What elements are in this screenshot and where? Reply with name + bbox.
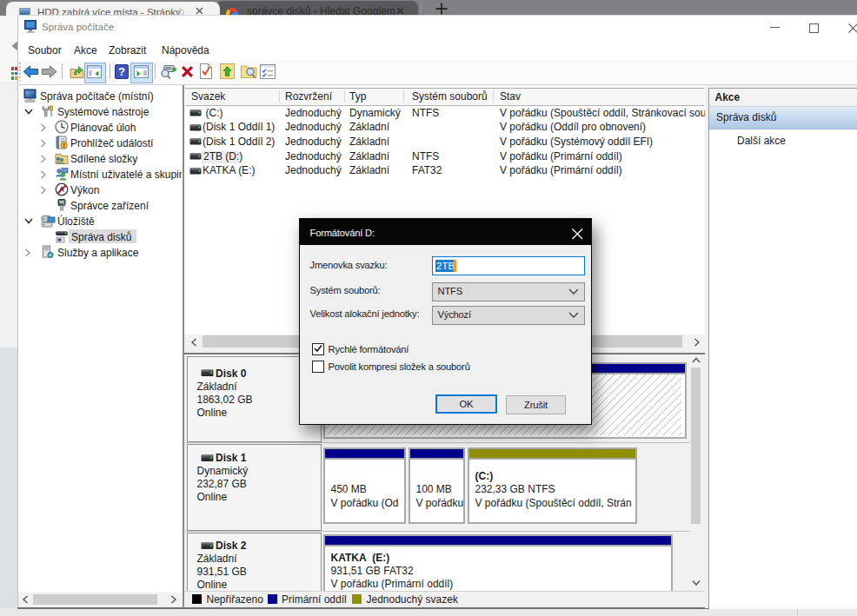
svg-text:?: ? bbox=[118, 65, 125, 78]
